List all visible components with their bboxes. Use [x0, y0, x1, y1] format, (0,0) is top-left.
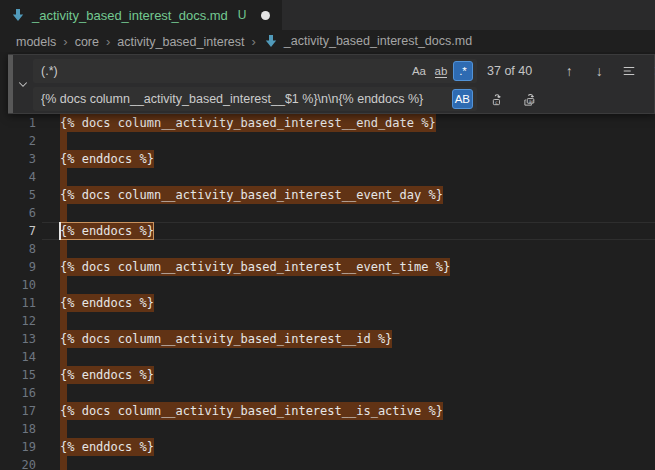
- find-match: {% docs column__activity_based_interest_…: [60, 258, 450, 276]
- line-number: 18: [0, 420, 36, 438]
- replace-button[interactable]: c: [487, 88, 509, 110]
- code-line[interactable]: [60, 132, 655, 150]
- code-line[interactable]: {% docs column__activity_based_interest_…: [60, 186, 655, 204]
- text-cursor: [59, 222, 61, 240]
- line-number: 5: [0, 186, 36, 204]
- line-number: 9: [0, 258, 36, 276]
- code-line[interactable]: {% docs column__activity_based_interest_…: [60, 330, 655, 348]
- find-widget: (.*) Aa ab .* 37 of 40 ↑ ↓: [8, 54, 655, 114]
- find-match-current: {% enddocs %}: [60, 222, 154, 240]
- code-line[interactable]: [60, 204, 655, 222]
- line-number: 2: [0, 132, 36, 150]
- code-line[interactable]: {% enddocs %}: [60, 438, 655, 456]
- find-match-empty: [60, 240, 67, 258]
- find-match-empty: [60, 348, 67, 366]
- breadcrumb-file[interactable]: _activity_based_interest_docs.md: [263, 33, 472, 49]
- line-number: 14: [0, 348, 36, 366]
- tab-filename: _activity_based_interest_docs.md: [32, 8, 228, 23]
- find-match-empty: [60, 168, 67, 186]
- breadcrumb-item[interactable]: models: [16, 35, 56, 49]
- find-match: {% enddocs %}: [60, 438, 154, 456]
- find-input-value: (.*): [41, 64, 407, 78]
- markdown-file-icon: [263, 33, 279, 49]
- whole-word-toggle[interactable]: ab: [431, 61, 451, 81]
- tab-active-file[interactable]: _activity_based_interest_docs.md U: [0, 0, 282, 30]
- find-match: {% docs column__activity_based_interest_…: [60, 114, 436, 132]
- replace-all-icon: ac: [523, 92, 538, 107]
- breadcrumb: models›core›activity_based_interest› _ac…: [0, 30, 655, 52]
- find-input[interactable]: (.*) Aa ab .*: [33, 59, 477, 83]
- code-area[interactable]: {% docs column__activity_based_interest_…: [60, 114, 655, 470]
- find-match: {% enddocs %}: [60, 366, 154, 384]
- replace-input[interactable]: {% docs column__activity_based_interest_…: [33, 87, 477, 111]
- preserve-case-toggle[interactable]: AB: [452, 89, 473, 109]
- replace-all-button[interactable]: ac: [519, 88, 541, 110]
- code-line[interactable]: {% enddocs %}: [60, 150, 655, 168]
- code-line[interactable]: {% docs column__activity_based_interest_…: [60, 258, 655, 276]
- line-number-gutter: 1234567891011121314151617181920: [0, 114, 36, 470]
- line-number: 7: [0, 222, 36, 240]
- find-match-empty: [60, 312, 67, 330]
- find-match-empty: [60, 132, 67, 150]
- code-line[interactable]: {% docs column__activity_based_interest_…: [60, 402, 655, 420]
- line-number: 4: [0, 168, 36, 186]
- code-line[interactable]: [60, 456, 655, 470]
- code-line[interactable]: [60, 384, 655, 402]
- modified-indicator-dot[interactable]: [261, 11, 270, 20]
- line-number: 11: [0, 294, 36, 312]
- previous-match-button[interactable]: ↑: [558, 60, 580, 82]
- find-match-empty: [60, 384, 67, 402]
- code-line[interactable]: {% enddocs %}: [60, 294, 655, 312]
- find-match-empty: [60, 276, 67, 294]
- code-line[interactable]: [60, 276, 655, 294]
- find-in-selection-icon: [622, 64, 636, 78]
- line-number: 6: [0, 204, 36, 222]
- code-line[interactable]: [60, 312, 655, 330]
- regex-toggle[interactable]: .*: [453, 61, 473, 81]
- code-line[interactable]: [60, 420, 655, 438]
- code-line[interactable]: [60, 348, 655, 366]
- breadcrumb-items: models›core›activity_based_interest›: [16, 34, 263, 49]
- match-case-toggle[interactable]: Aa: [409, 61, 429, 81]
- line-number: 19: [0, 438, 36, 456]
- code-line[interactable]: {% enddocs %}: [60, 366, 655, 384]
- toggle-replace-chevron[interactable]: [13, 55, 33, 113]
- code-line[interactable]: {% enddocs %}: [60, 222, 655, 240]
- line-number: 13: [0, 330, 36, 348]
- find-match-empty: [60, 420, 67, 438]
- find-match-empty: [60, 204, 67, 222]
- breadcrumb-separator-icon: ›: [63, 34, 67, 49]
- vscode-window: _activity_based_interest_docs.md U model…: [0, 0, 655, 470]
- find-match: {% enddocs %}: [60, 294, 154, 312]
- line-number: 17: [0, 402, 36, 420]
- line-number: 8: [0, 240, 36, 258]
- line-number: 10: [0, 276, 36, 294]
- find-match-empty: [60, 456, 67, 470]
- find-in-selection-button[interactable]: [618, 60, 640, 82]
- line-number: 12: [0, 312, 36, 330]
- breadcrumb-item[interactable]: core: [75, 35, 99, 49]
- find-match: {% docs column__activity_based_interest_…: [60, 330, 392, 348]
- next-match-button[interactable]: ↓: [588, 60, 610, 82]
- match-count: 37 of 40: [487, 64, 532, 78]
- chevron-down-icon: [17, 78, 29, 90]
- replace-icon: c: [491, 92, 506, 107]
- code-line[interactable]: [60, 168, 655, 186]
- find-match: {% docs column__activity_based_interest_…: [60, 402, 443, 420]
- code-line[interactable]: {% docs column__activity_based_interest_…: [60, 114, 655, 132]
- close-button[interactable]: ✕: [648, 60, 655, 82]
- line-number: 16: [0, 384, 36, 402]
- svg-text:ac: ac: [528, 98, 534, 103]
- tab-bar: _activity_based_interest_docs.md U: [0, 0, 655, 30]
- line-number: 1: [0, 114, 36, 132]
- svg-text:c: c: [494, 99, 497, 104]
- find-row: (.*) Aa ab .* 37 of 40 ↑ ↓: [33, 59, 655, 83]
- find-match: {% enddocs %}: [60, 150, 154, 168]
- line-number: 20: [0, 456, 36, 470]
- breadcrumb-separator-icon: ›: [251, 34, 255, 49]
- replace-row: {% docs column__activity_based_interest_…: [33, 87, 655, 111]
- breadcrumb-separator-icon: ›: [106, 34, 110, 49]
- breadcrumb-item[interactable]: activity_based_interest: [117, 35, 244, 49]
- editor[interactable]: 1234567891011121314151617181920 {% docs …: [0, 52, 655, 470]
- code-line[interactable]: [60, 240, 655, 258]
